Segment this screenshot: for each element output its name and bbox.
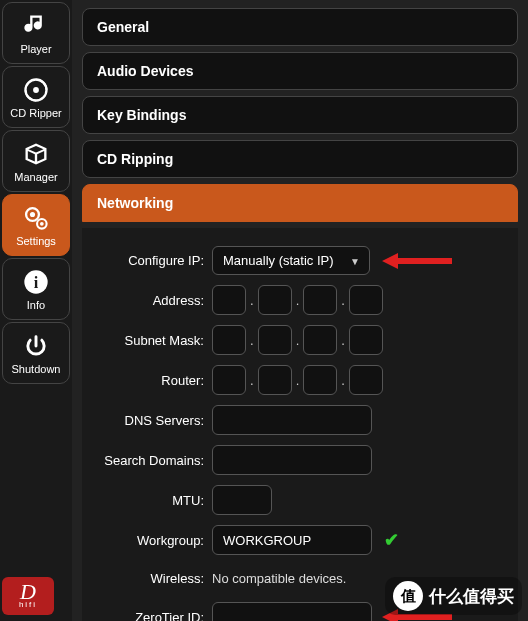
svg-point-1 — [33, 87, 39, 93]
watermark: 值 什么值得买 — [385, 577, 522, 615]
label-zerotier: ZeroTier ID: — [92, 610, 204, 622]
svg-point-3 — [40, 221, 44, 225]
subnet-octets: . . . — [212, 325, 383, 355]
mtu-input[interactable] — [212, 485, 272, 515]
label-configure-ip: Configure IP: — [92, 253, 204, 268]
label-address: Address: — [92, 293, 204, 308]
label-router: Router: — [92, 373, 204, 388]
section-networking[interactable]: Networking — [82, 184, 518, 222]
checkmark-icon: ✔ — [380, 529, 399, 551]
workgroup-input[interactable] — [212, 525, 372, 555]
section-key-bindings[interactable]: Key Bindings — [82, 96, 518, 134]
address-octets: . . . — [212, 285, 383, 315]
zerotier-input[interactable] — [212, 602, 372, 621]
sidebar-item-manager[interactable]: Manager — [2, 130, 70, 192]
address-oct-3[interactable] — [303, 285, 337, 315]
networking-body: Configure IP: Manually (static IP) Addre… — [82, 228, 518, 621]
sidebar-item-settings[interactable]: Settings — [2, 194, 70, 256]
watermark-text: 什么值得买 — [429, 585, 514, 608]
sidebar-label: Player — [20, 43, 51, 55]
section-cd-ripping[interactable]: CD Ripping — [82, 140, 518, 178]
router-octets: . . . — [212, 365, 383, 395]
disc-icon — [22, 76, 50, 104]
address-oct-4[interactable] — [349, 285, 383, 315]
svg-text:i: i — [34, 272, 39, 291]
sidebar-label: Info — [27, 299, 45, 311]
section-audio-devices[interactable]: Audio Devices — [82, 52, 518, 90]
sidebar-item-cdripper[interactable]: CD Ripper — [2, 66, 70, 128]
search-domains-input[interactable] — [212, 445, 372, 475]
hifi-logo: D hifi — [2, 577, 54, 615]
address-oct-1[interactable] — [212, 285, 246, 315]
subnet-oct-2[interactable] — [258, 325, 292, 355]
sidebar-item-info[interactable]: i Info — [2, 258, 70, 320]
subnet-oct-3[interactable] — [303, 325, 337, 355]
sidebar-label: Shutdown — [12, 363, 61, 375]
label-mtu: MTU: — [92, 493, 204, 508]
sidebar: Player CD Ripper Manager Settings i Info… — [0, 0, 72, 621]
music-note-icon — [22, 12, 50, 40]
info-icon: i — [22, 268, 50, 296]
wireless-status: No compatible devices. — [212, 565, 346, 592]
router-oct-1[interactable] — [212, 365, 246, 395]
sidebar-item-player[interactable]: Player — [2, 2, 70, 64]
gears-icon — [22, 204, 50, 232]
annotation-arrow-icon — [382, 252, 452, 270]
address-oct-2[interactable] — [258, 285, 292, 315]
configure-ip-select[interactable]: Manually (static IP) — [212, 246, 370, 275]
main-panel: General Audio Devices Key Bindings CD Ri… — [72, 0, 528, 621]
router-oct-2[interactable] — [258, 365, 292, 395]
dns-input[interactable] — [212, 405, 372, 435]
router-oct-4[interactable] — [349, 365, 383, 395]
power-icon — [22, 332, 50, 360]
subnet-oct-1[interactable] — [212, 325, 246, 355]
sidebar-item-shutdown[interactable]: Shutdown — [2, 322, 70, 384]
label-workgroup: Workgroup: — [92, 533, 204, 548]
sidebar-label: CD Ripper — [10, 107, 61, 119]
sidebar-label: Manager — [14, 171, 57, 183]
sidebar-label: Settings — [16, 235, 56, 247]
section-general[interactable]: General — [82, 8, 518, 46]
watermark-badge: 值 — [393, 581, 423, 611]
box-icon — [22, 140, 50, 168]
label-dns: DNS Servers: — [92, 413, 204, 428]
router-oct-3[interactable] — [303, 365, 337, 395]
label-search-domains: Search Domains: — [92, 453, 204, 468]
label-subnet: Subnet Mask: — [92, 333, 204, 348]
label-wireless: Wireless: — [92, 571, 204, 586]
subnet-oct-4[interactable] — [349, 325, 383, 355]
